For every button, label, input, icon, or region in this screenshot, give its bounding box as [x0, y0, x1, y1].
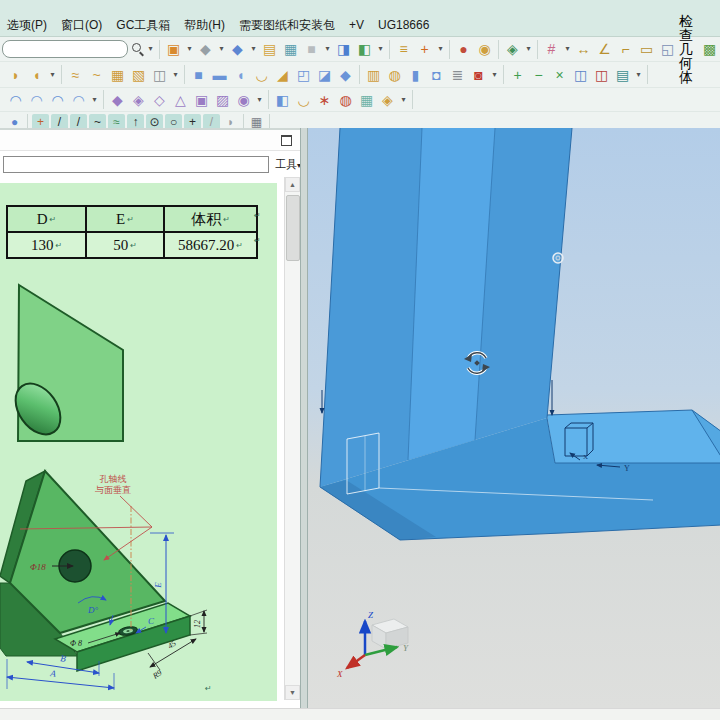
toolbar-icon[interactable]: ◖ — [231, 65, 250, 84]
toolbar-icon[interactable]: ∠ — [595, 40, 614, 59]
viewport-3d[interactable]: Y X — [308, 128, 720, 708]
toolbar-icon[interactable]: ▾ — [490, 65, 499, 84]
toolbar-icon[interactable]: ▾ — [436, 40, 445, 59]
toolbar-icon[interactable]: ■ — [302, 40, 321, 59]
toolbar-icon[interactable]: 检查几何体 — [679, 40, 698, 59]
toolbar-icon[interactable]: ◧ — [355, 40, 374, 59]
toolbar-icon[interactable]: ◫ — [592, 65, 611, 84]
toolbar-icon[interactable]: ▣ — [192, 90, 211, 109]
document-view[interactable]: 孔轴线 与面垂直 Φ18 E C — [0, 177, 300, 708]
menu-item[interactable]: GC工具箱 — [109, 15, 177, 36]
toolbar-icon[interactable]: ◆ — [196, 40, 215, 59]
toolbar-icon[interactable]: ▾ — [90, 90, 99, 109]
toolbar-icon[interactable]: ▾ — [634, 65, 643, 84]
menu-item[interactable]: 帮助(H) — [177, 15, 232, 36]
toolbar-icon[interactable]: ◉ — [234, 90, 253, 109]
toolbar-icon[interactable]: ◱ — [658, 40, 677, 59]
toolbar-icon[interactable]: ▩ — [700, 40, 719, 59]
toolbar-icon[interactable]: ◠ — [27, 90, 46, 109]
restore-window-button[interactable] — [281, 135, 292, 146]
toolbar-icon[interactable]: ▾ — [217, 40, 226, 59]
toolbar-icon[interactable]: ◆ — [108, 90, 127, 109]
toolbar-icon[interactable]: ◆ — [228, 40, 247, 59]
toolbar-icon[interactable]: ◍ — [385, 65, 404, 84]
toolbar-icon[interactable]: ◠ — [69, 90, 88, 109]
toolbar-icon[interactable]: ▭ — [637, 40, 656, 59]
toolbar-icon[interactable]: ▮ — [406, 65, 425, 84]
toolbar-icon[interactable]: ◨ — [334, 40, 353, 59]
toolbar-icon[interactable]: ≈ — [66, 65, 85, 84]
toolbar-icon[interactable]: ↔ — [574, 40, 593, 59]
toolbar-icon[interactable]: ◢ — [273, 65, 292, 84]
command-search-input[interactable] — [2, 40, 128, 58]
toolbar-icon[interactable]: ◙ — [469, 65, 488, 84]
panel-scrollbar[interactable]: ▲ ▼ — [284, 177, 300, 700]
toolbar-icon[interactable]: ▦ — [357, 90, 376, 109]
toolbar-icon[interactable]: ◈ — [503, 40, 522, 59]
menu-item[interactable]: +V — [342, 15, 371, 36]
menu-item[interactable]: UG18666 — [371, 15, 436, 36]
toolbar-icon[interactable]: − — [529, 65, 548, 84]
toolbar-icon[interactable]: × — [550, 65, 569, 84]
toolbar-icon[interactable]: ◖ — [27, 65, 46, 84]
menu-item[interactable]: 选项(P) — [0, 15, 54, 36]
menu-item[interactable]: 窗口(O) — [54, 15, 109, 36]
toolbar-icon[interactable]: ◆ — [336, 65, 355, 84]
toolbar-icon[interactable]: ● — [454, 40, 473, 59]
toolbar-icon[interactable]: ◘ — [427, 65, 446, 84]
toolbar-icon[interactable]: ▾ — [323, 40, 332, 59]
toolbar-icon[interactable]: ◈ — [129, 90, 148, 109]
toolbar-icon[interactable]: ◗ — [6, 65, 25, 84]
toolbar-icon[interactable]: ◠ — [48, 90, 67, 109]
toolbar-icon[interactable]: ◡ — [252, 65, 271, 84]
toolbar-icon[interactable]: ⌐ — [616, 40, 635, 59]
toolbar-icon[interactable]: + — [415, 40, 434, 59]
toolbar-icon[interactable]: ◈ — [378, 90, 397, 109]
toolbar-icon[interactable]: ≡ — [394, 40, 413, 59]
toolbar-icon[interactable]: ▾ — [376, 40, 385, 59]
toolbar-icon[interactable]: ◰ — [294, 65, 313, 84]
toolbar-icon[interactable]: ▾ — [48, 65, 57, 84]
toolbar-icon[interactable]: ~ — [87, 65, 106, 84]
toolbar-icon[interactable]: ▨ — [213, 90, 232, 109]
toolbar-icon[interactable]: ◧ — [273, 90, 292, 109]
toolbar-icon[interactable]: ▾ — [524, 40, 533, 59]
toolbar-icon[interactable]: ◉ — [475, 40, 494, 59]
search-icon[interactable] — [131, 42, 145, 56]
toolbar-icon[interactable]: ▬ — [210, 65, 229, 84]
toolbar-icon[interactable]: ▧ — [129, 65, 148, 84]
toolbar-icon[interactable]: + — [508, 65, 527, 84]
toolbar-icon[interactable]: ◪ — [315, 65, 334, 84]
toolbar-icon[interactable]: ■ — [189, 65, 208, 84]
toolbar-icon[interactable]: ◠ — [6, 90, 25, 109]
toolbar-icon[interactable]: △ — [171, 90, 190, 109]
toolbar-icon[interactable]: ▥ — [364, 65, 383, 84]
toolbar-icon[interactable]: ∗ — [315, 90, 334, 109]
tools-menu-button[interactable]: 工具▾ — [275, 157, 301, 172]
toolbar-icon[interactable]: ▣ — [164, 40, 183, 59]
panel-divider[interactable] — [300, 128, 308, 708]
toolbar-icon[interactable]: ◡ — [294, 90, 313, 109]
toolbar-icon[interactable]: ▾ — [563, 40, 572, 59]
toolbar-icon[interactable]: ▾ — [255, 90, 264, 109]
toolbar-icon[interactable]: ▾ — [399, 90, 408, 109]
toolbar-icon[interactable]: ▾ — [249, 40, 258, 59]
toolbar-icon[interactable]: ◍ — [336, 90, 355, 109]
scroll-up-button[interactable]: ▲ — [285, 177, 300, 192]
toolbar-icon[interactable]: ◫ — [571, 65, 590, 84]
toolbar-icon[interactable]: ▦ — [281, 40, 300, 59]
toolbar-icon[interactable]: ▤ — [613, 65, 632, 84]
toolbar-icon[interactable]: ▦ — [108, 65, 127, 84]
document-address-input[interactable] — [3, 156, 269, 173]
toolbar-icon[interactable]: ◇ — [150, 90, 169, 109]
toolbar-icon[interactable]: ◫ — [150, 65, 169, 84]
scroll-down-button[interactable]: ▼ — [285, 685, 300, 700]
toolbar-icon[interactable]: ▾ — [185, 40, 194, 59]
toolbar-icon[interactable]: ▾ — [171, 65, 180, 84]
scrollbar-thumb[interactable] — [286, 195, 300, 261]
toolbar-icon[interactable]: ≣ — [448, 65, 467, 84]
toolbar-icon[interactable]: # — [542, 40, 561, 59]
caret-icon[interactable]: ▾ — [146, 40, 155, 59]
toolbar-icon[interactable]: ▤ — [260, 40, 279, 59]
menu-item[interactable]: 需要图纸和安装包 — [232, 15, 342, 36]
